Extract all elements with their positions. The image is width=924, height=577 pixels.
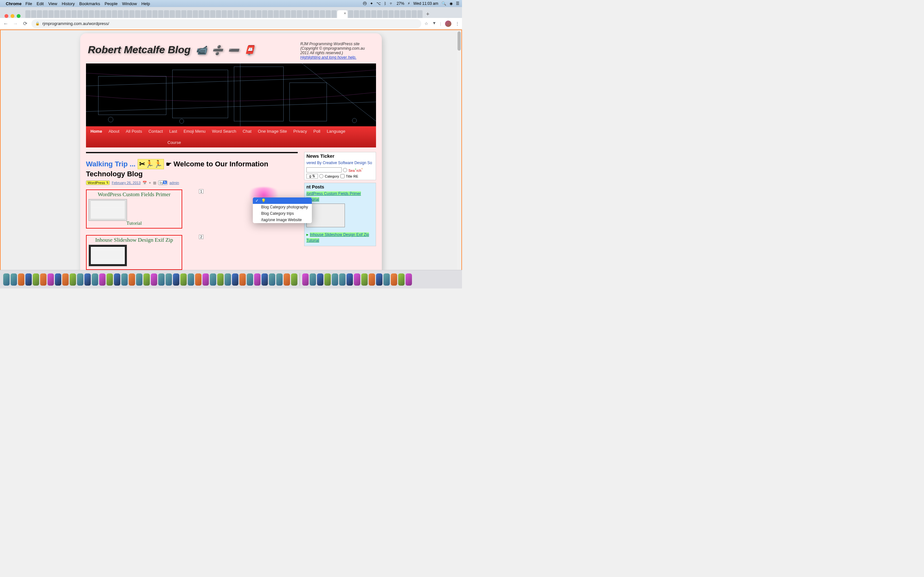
dock-app-icon[interactable] [354,274,360,285]
pinned-tab[interactable] [320,10,325,18]
dock-app-icon[interactable] [40,274,47,285]
back-button[interactable]: ← [3,21,9,27]
dock-app-icon[interactable] [62,274,69,285]
dock-app-icon[interactable] [376,274,383,285]
profile-avatar[interactable] [445,21,451,27]
dock-app-icon[interactable] [310,274,316,285]
dropdown-option[interactable]: /tag/one Image Website [253,217,312,223]
dock-app-icon[interactable] [92,274,98,285]
dock-app-icon[interactable] [202,274,209,285]
hover-help-link[interactable]: Highlighting and long hover help. [300,55,357,60]
pinned-tab[interactable] [78,10,82,18]
dock-app-icon[interactable] [166,274,172,285]
pinned-tab[interactable] [228,10,233,18]
menu-file[interactable]: File [25,1,32,6]
dock-app-icon[interactable] [368,274,375,285]
menu-history[interactable]: History [61,1,74,6]
pinned-tab[interactable] [31,10,36,18]
pinned-tab[interactable] [360,10,365,18]
dock-app-icon[interactable] [284,274,290,285]
pinned-tab[interactable] [222,10,227,18]
pinned-tab[interactable] [331,10,336,18]
nav-one-image-site[interactable]: One Image Site [258,129,287,134]
app-name[interactable]: Chrome [6,1,21,6]
by-select[interactable]: by [158,181,168,185]
pinned-tab[interactable] [43,10,48,18]
dock-app-icon[interactable] [262,274,268,285]
pinned-tab[interactable] [239,10,244,18]
suggestion-dropdown[interactable]: 💡 Blog Category photography Blog Categor… [253,197,312,223]
menu-help[interactable]: Help [142,1,150,6]
status-icon[interactable]: ⓜ [363,1,367,6]
dock-app-icon[interactable] [25,274,32,285]
minus-icon[interactable]: ➖ [228,45,239,55]
dock-app-icon[interactable] [180,274,187,285]
dock-app-icon[interactable] [302,274,309,285]
dock-app-icon[interactable] [55,274,61,285]
dock-app-icon[interactable] [114,274,120,285]
dock-app-icon[interactable] [151,274,157,285]
minimize-window-button[interactable] [11,14,15,18]
pinned-tab[interactable] [309,10,313,18]
menu-window[interactable]: Window [122,1,137,6]
menu-edit[interactable]: Edit [37,1,44,6]
pinned-tab[interactable] [412,10,417,18]
category-radio[interactable] [319,174,323,178]
battery-icon[interactable]: ⚡︎ [407,1,410,6]
title-re-checkbox[interactable] [341,174,344,178]
pinned-tab[interactable] [83,10,88,18]
dock-app-icon[interactable] [232,274,238,285]
dock-app-icon[interactable] [361,274,368,285]
dock-app-icon[interactable] [173,274,179,285]
dock-app-icon[interactable] [84,274,91,285]
pinned-tab[interactable] [314,10,319,18]
dock-app-icon[interactable] [107,274,113,285]
dock-app-icon[interactable] [129,274,135,285]
pinned-tab[interactable] [389,10,394,18]
dock-app-icon[interactable] [11,274,17,285]
pinned-tab[interactable] [256,10,262,18]
dock-app-icon[interactable] [144,274,150,285]
new-tab-button[interactable]: + [426,11,430,18]
dock-app-icon[interactable] [99,274,105,285]
dock-app-icon[interactable] [325,274,331,285]
spotlight-icon[interactable]: 🔍 [441,1,446,6]
dock-app-icon[interactable] [276,274,283,285]
dock-app-icon[interactable] [188,274,194,285]
pinned-tab[interactable] [377,10,382,18]
pinned-tab[interactable] [95,10,100,18]
barcode-icon[interactable]: ▥ [153,181,156,185]
nav-course[interactable]: Course [168,140,181,145]
dock-app-icon[interactable] [269,274,275,285]
bluetooth-icon[interactable]: ᛒ [384,1,386,6]
nav-last[interactable]: Last [170,129,178,134]
dock-app-icon[interactable] [332,274,338,285]
nav-emoji-menu[interactable]: Emoji Menu [184,129,206,134]
calendar-icon[interactable]: 📅 [142,181,147,185]
close-window-button[interactable] [5,14,8,18]
dropdown-option-selected[interactable]: 💡 [253,197,312,204]
dock-app-icon[interactable] [247,274,253,285]
reload-button[interactable]: ⟳ [22,21,28,27]
pinned-tab[interactable] [181,10,186,18]
chrome-menu-icon[interactable]: ⋮ [455,21,459,26]
pinned-tab[interactable] [170,10,175,18]
pinned-tab[interactable] [268,10,273,18]
dock-app-icon[interactable] [77,274,83,285]
pinned-tab[interactable] [279,10,284,18]
active-tab[interactable] [337,10,347,18]
nav-language[interactable]: Language [326,129,345,134]
dock-app-icon[interactable] [121,274,128,285]
pinned-tab[interactable] [112,10,117,18]
author-link[interactable]: admin [170,181,179,185]
search-input[interactable] [306,167,342,172]
pinned-tab[interactable] [250,10,256,18]
pinned-tab[interactable] [245,10,250,18]
pinned-tab[interactable] [326,10,331,18]
dock-app-icon[interactable] [391,274,397,285]
dock-app-icon[interactable] [33,274,39,285]
pinned-tab[interactable] [37,10,42,18]
pinned-tab[interactable] [371,10,376,18]
pinned-tab[interactable] [274,10,279,18]
address-bar[interactable]: 🔒 rjmprogramming.com.au/wordpress/ [31,19,421,28]
